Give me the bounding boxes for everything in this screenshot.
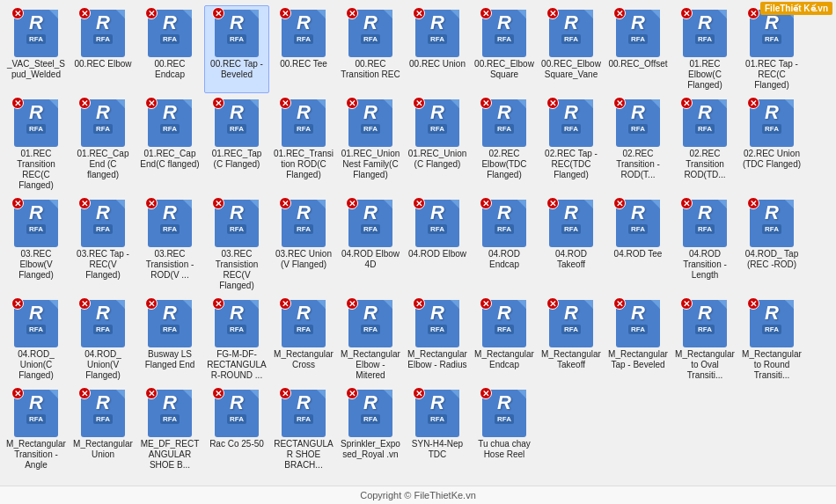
- rfa-r-letter: R: [230, 303, 244, 323]
- file-item[interactable]: RRFA✕00.REC Tap - Beveled: [204, 5, 269, 93]
- file-icon-wrapper: RRFA✕: [215, 99, 259, 147]
- file-item[interactable]: RRFA✕04.ROD Tee: [605, 195, 671, 294]
- file-item[interactable]: RRFA✕M_Rectangular Transition - Angle: [4, 385, 69, 473]
- rfa-r-letter: R: [163, 203, 177, 223]
- error-badge: ✕: [680, 7, 693, 19]
- error-badge: ✕: [346, 7, 358, 19]
- file-item[interactable]: RRFA✕Busway LS Flanged End: [137, 296, 202, 383]
- file-item[interactable]: RRFA✕_VAC_Steel_Spud_Welded: [4, 5, 69, 93]
- file-item[interactable]: RRFA✕02.REC Transition ROD(TD...: [672, 95, 737, 194]
- file-item[interactable]: RRFA✕M_Rectangular Cross: [271, 296, 336, 383]
- file-item[interactable]: RRFA✕M_Rectangular to Round Transiti...: [739, 296, 804, 383]
- file-item[interactable]: RRFA✕01.REC_Tap (C Flanged): [204, 95, 269, 194]
- rfa-r-letter: R: [765, 303, 779, 323]
- rfa-r-letter: R: [430, 13, 444, 33]
- file-item[interactable]: RRFA✕01.REC_Union Nest Family(C Flanged): [338, 95, 403, 194]
- file-icon-wrapper: RRFA✕: [415, 200, 459, 247]
- file-item[interactable]: RRFA✕M_Rectangular Elbow - Mitered: [338, 296, 403, 383]
- file-name-label: Rac Co 25-50: [209, 439, 264, 449]
- file-item[interactable]: RRFA✕01.REC_Transition ROD(C Flanged): [271, 95, 336, 194]
- error-badge: ✕: [546, 297, 559, 310]
- error-badge: ✕: [546, 97, 559, 109]
- file-item[interactable]: RRFA✕M_Rectangular to Oval Transiti...: [672, 296, 737, 383]
- rfa-ext-label: RFA: [26, 224, 46, 234]
- file-item[interactable]: RRFA✕00.REC Elbow: [70, 5, 136, 93]
- file-item[interactable]: RRFA✕SYN-H4-Nep TDC: [405, 385, 470, 473]
- file-item[interactable]: RRFA✕00.REC Union: [405, 5, 470, 93]
- file-item[interactable]: RRFA✕04.ROD Elbow 4D: [338, 195, 403, 294]
- file-item[interactable]: RRFA✕Sprinkler_Exposed_Royal .vn: [338, 385, 403, 473]
- error-badge: ✕: [480, 197, 492, 209]
- file-item[interactable]: RRFA✕03.REC Transistion - ROD(V ...: [137, 195, 202, 294]
- file-name-label: M_Rectangular Union: [73, 439, 133, 460]
- file-item[interactable]: RRFA✕02.REC Elbow(TDC Flanged): [472, 95, 537, 194]
- file-item[interactable]: RRFA✕ME_DF_RECTANGULAR SHOE B...: [137, 385, 202, 473]
- file-item[interactable]: RRFA✕04.ROD_ Tap (REC -ROD): [739, 195, 804, 294]
- file-item[interactable]: RRFA✕FG-M-DF-RECTANGULAR-ROUND ...: [204, 296, 269, 383]
- error-badge: ✕: [346, 387, 358, 399]
- error-badge: ✕: [546, 7, 559, 19]
- file-item[interactable]: RRFA✕00.REC Transition REC: [338, 5, 403, 93]
- file-item[interactable]: RRFA✕Rac Co 25-50: [204, 385, 269, 473]
- file-item[interactable]: RRFA✕02.REC Tap -REC(TDC Flanged): [539, 95, 604, 194]
- file-item[interactable]: RRFA✕M_Rectangular Endcap: [472, 296, 537, 383]
- rfa-r-letter: R: [96, 303, 110, 323]
- error-badge: ✕: [747, 297, 759, 310]
- rfa-ext-label: RFA: [561, 124, 581, 134]
- file-item[interactable]: RRFA✕01.REC Transition REC(C Flanged): [4, 95, 69, 194]
- file-item[interactable]: RRFA✕04.ROD Endcap: [472, 195, 537, 294]
- rfa-ext-label: RFA: [561, 224, 581, 234]
- error-badge: ✕: [145, 197, 158, 209]
- rfa-ext-label: RFA: [361, 34, 380, 44]
- file-item[interactable]: RRFA✕04.ROD Elbow: [405, 195, 470, 294]
- file-name-label: 04.ROD_ Tap (REC -ROD): [742, 249, 802, 270]
- rfa-ext-label: RFA: [695, 325, 715, 334]
- error-badge: ✕: [78, 97, 91, 109]
- file-item[interactable]: RRFA✕01.REC Tap -REC(C Flanged): [739, 5, 804, 93]
- rfa-r-letter: R: [363, 393, 378, 413]
- rfa-ext-label: RFA: [227, 34, 246, 44]
- file-item[interactable]: RRFA✕00.REC Tee: [271, 5, 336, 93]
- file-name-label: 01.REC_Cap End(C flanged): [140, 149, 200, 170]
- file-icon-wrapper: RRFA✕: [14, 10, 58, 57]
- file-item[interactable]: RRFA✕01.REC_Union(C Flanged): [405, 95, 470, 194]
- rfa-r-letter: R: [297, 393, 311, 413]
- file-item[interactable]: RRFA✕M_Rectangular Elbow - Radius: [405, 296, 470, 383]
- rfa-r-letter: R: [297, 103, 311, 122]
- file-item[interactable]: RRFA✕04.ROD Transition - Length: [672, 195, 737, 294]
- file-item[interactable]: RRFA✕01.REC_Cap End(C flanged): [137, 95, 202, 194]
- file-icon-wrapper: RRFA✕: [14, 200, 58, 247]
- file-item[interactable]: RRFA✕M_Rectangular Takeoff: [539, 296, 604, 383]
- rfa-r-letter: R: [96, 203, 110, 223]
- rfa-r-letter: R: [163, 103, 177, 122]
- error-badge: ✕: [413, 197, 425, 209]
- file-item[interactable]: RRFA✕03.REC Elbow(V Flanged): [4, 195, 69, 294]
- file-item[interactable]: RRFA✕03.REC Transistion REC(V Flanged): [204, 195, 269, 294]
- file-item[interactable]: RRFA✕01.REC_Cap End (C flanged): [70, 95, 136, 194]
- file-item[interactable]: RRFA✕Tu chua chay Hose Reel: [472, 385, 537, 473]
- file-name-label: 00.REC Tap - Beveled: [207, 59, 267, 80]
- file-icon-wrapper: RRFA✕: [215, 200, 259, 247]
- file-item[interactable]: RRFA✕04.ROD_ Union(V Flanged): [70, 296, 136, 383]
- file-item[interactable]: RRFA✕RECTANGULAR SHOE BRACH...: [271, 385, 336, 473]
- file-icon-wrapper: RRFA✕: [482, 390, 526, 437]
- file-item[interactable]: RRFA✕02.REC Union (TDC Flanged): [739, 95, 804, 194]
- file-icon-wrapper: RRFA✕: [148, 300, 192, 347]
- file-item[interactable]: RRFA✕00.REC_Elbow Square_Vane: [539, 5, 604, 93]
- file-item[interactable]: RRFA✕04.ROD Takeoff: [539, 195, 604, 294]
- file-item[interactable]: RRFA✕00.REC Endcap: [137, 5, 202, 93]
- rfa-ext-label: RFA: [26, 124, 46, 134]
- file-icon-wrapper: RRFA✕: [148, 200, 192, 247]
- file-item[interactable]: RRFA✕00.REC_Elbow Square: [472, 5, 537, 93]
- file-item[interactable]: RRFA✕04.ROD_ Union(C Flanged): [4, 296, 69, 383]
- file-item[interactable]: RRFA✕M_Rectangular Tap - Beveled: [605, 296, 671, 383]
- file-item[interactable]: RRFA✕03.REC Union (V Flanged): [271, 195, 336, 294]
- file-item[interactable]: RRFA✕M_Rectangular Union: [70, 385, 136, 473]
- file-item[interactable]: RRFA✕00.REC_Offset: [605, 5, 671, 93]
- file-item[interactable]: RRFA✕01.REC Elbow(C Flanged): [672, 5, 737, 93]
- file-icon-wrapper: RRFA✕: [415, 300, 459, 347]
- error-badge: ✕: [279, 387, 291, 399]
- file-item[interactable]: RRFA✕02.REC Transition - ROD(T...: [605, 95, 671, 194]
- file-item[interactable]: RRFA✕03.REC Tap -REC(V Flanged): [70, 195, 136, 294]
- rfa-r-letter: R: [163, 303, 177, 323]
